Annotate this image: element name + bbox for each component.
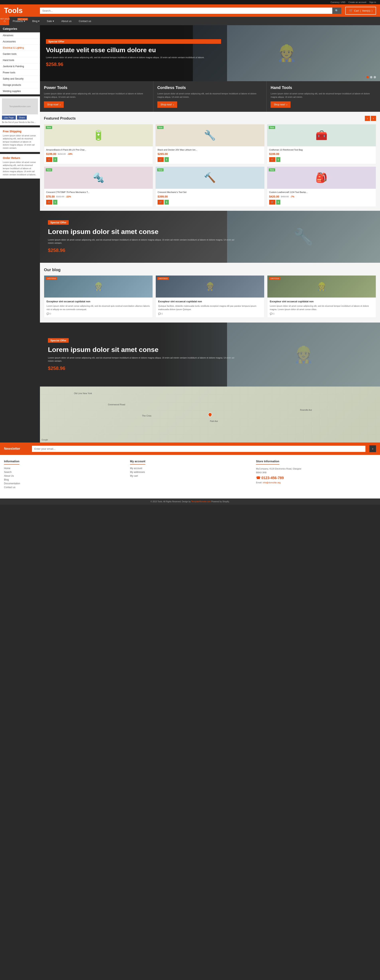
nav-contact[interactable]: Contact us bbox=[75, 17, 95, 25]
add-to-cart-button[interactable]: 🛒 bbox=[158, 157, 164, 162]
add-to-cart-button[interactable]: 🛒 bbox=[269, 157, 276, 162]
nav-blog[interactable]: Blog ▾ bbox=[29, 17, 43, 25]
hero-title: Voluptate velit esse cillum dolore eu bbox=[46, 46, 221, 54]
template-monster-link[interactable]: TemplateMonster.com bbox=[191, 501, 211, 503]
cat-welding[interactable]: Welding supplies bbox=[0, 88, 40, 94]
dot-1[interactable] bbox=[366, 76, 369, 78]
product-info-button[interactable]: ℹ bbox=[276, 200, 280, 205]
order-widget: Order Return Lorem ipsum dolor sit amet … bbox=[0, 154, 40, 178]
footer-bottom: © 2015 Tools. All Rights Reserved. Desig… bbox=[0, 498, 380, 505]
nav-home[interactable]: ⌂ HOT SALE bbox=[0, 17, 9, 25]
product-price-row: $265.00 bbox=[158, 153, 262, 156]
newsletter-submit[interactable]: › bbox=[369, 445, 376, 452]
cordless-tools-desc: Lorem ipsum dolor sit amet conse adipisc… bbox=[157, 92, 263, 99]
power-tools-shop-btn[interactable]: Shop now! › bbox=[44, 101, 64, 108]
footer-account-link[interactable]: My addresses bbox=[130, 471, 250, 474]
comments-count: 💬 0 bbox=[46, 313, 150, 315]
search-input[interactable] bbox=[40, 8, 332, 14]
cart-items: Item(s) bbox=[362, 9, 370, 12]
blog-post-title: Excepteur sint occaecat cupidatat non bbox=[46, 300, 150, 303]
footer-account-title: My account bbox=[130, 460, 146, 465]
cat-accessories[interactable]: Accessories bbox=[0, 38, 40, 45]
product-price: $199.00 bbox=[46, 153, 56, 156]
hero-badge: Special Offer bbox=[46, 39, 221, 44]
product-info-button[interactable]: ℹ bbox=[53, 157, 57, 162]
product-price-row: $199.00 $232.00 -18% bbox=[46, 153, 151, 156]
footer-address: MyCompany, 4118 Electronics Road, Glasgo… bbox=[256, 467, 376, 474]
products-prev[interactable]: ‹ bbox=[365, 116, 370, 121]
footer-info-link[interactable]: Contact us bbox=[4, 486, 124, 489]
create-account-link[interactable]: Create an account bbox=[348, 1, 366, 3]
product-old-price: $450.00 bbox=[281, 196, 289, 198]
product-name: Black and Decker 20V Max Lithium Ion... bbox=[158, 148, 262, 151]
footer-email-link[interactable]: info@domolite.org bbox=[263, 481, 280, 484]
footer-info-link[interactable]: Home bbox=[4, 467, 124, 470]
product-badge: New bbox=[157, 169, 163, 171]
product-discount: -18% bbox=[67, 153, 73, 155]
dot-3[interactable] bbox=[374, 76, 376, 78]
shipping-title: Free Shipping bbox=[3, 130, 37, 133]
product-image: 🔩 bbox=[44, 167, 153, 189]
footer-info-link[interactable]: About Us bbox=[4, 474, 124, 477]
product-badge: New bbox=[46, 169, 52, 171]
blog-content: Excepteur sint occaecat cupidatat non Lo… bbox=[44, 298, 152, 318]
arrow-icon: › bbox=[173, 103, 174, 106]
newsletter-input[interactable] bbox=[32, 446, 366, 452]
banner2: 🔧 Special Offer Lorem ipsum dolor sit am… bbox=[40, 211, 380, 263]
add-to-cart-button[interactable]: 🛒 bbox=[158, 200, 164, 205]
share-button[interactable]: Share bbox=[17, 116, 27, 119]
product-actions: 🛒 ℹ bbox=[269, 157, 374, 162]
product-name: Crescent CTK70MP 70-Piece Mechanics T... bbox=[46, 191, 151, 194]
like-button[interactable]: Like Page bbox=[2, 116, 16, 119]
sign-in-link[interactable]: Sign in bbox=[369, 1, 376, 3]
product-info-button[interactable]: ℹ bbox=[53, 200, 57, 205]
cat-abrasives[interactable]: Abrasives bbox=[0, 32, 40, 38]
header: Tools 🔍 🛒 Cart (Item(s)) bbox=[0, 5, 380, 17]
cat-safety[interactable]: Safety and Security bbox=[0, 76, 40, 82]
cat-garden[interactable]: Garden tools bbox=[0, 51, 40, 57]
footer-account-link[interactable]: My cart bbox=[130, 474, 250, 477]
add-to-cart-button[interactable]: 🛒 bbox=[46, 200, 52, 205]
product-price: $199.00 bbox=[269, 153, 279, 156]
product-info-button[interactable]: ℹ bbox=[165, 157, 169, 162]
blog-image: 14/07/2015 👷 bbox=[44, 275, 152, 298]
banner2-desc: Lorem ipsum dolor sit amet conse adipisc… bbox=[48, 238, 236, 245]
search-button[interactable]: 🔍 bbox=[332, 8, 341, 14]
cordless-tools-shop-btn[interactable]: Shop now! › bbox=[157, 101, 177, 108]
footer-store: Store Information MyCompany, 4118 Electr… bbox=[256, 460, 376, 490]
nav-sale[interactable]: Sale ▾ bbox=[43, 17, 58, 25]
newsletter-label: Newsletter bbox=[4, 447, 28, 450]
cart-button[interactable]: 🛒 Cart (Item(s)) bbox=[345, 7, 376, 14]
product-actions: 🛒 ℹ bbox=[46, 200, 151, 205]
product-image: 🔨 bbox=[155, 167, 264, 189]
product-info-button[interactable]: ℹ bbox=[276, 157, 280, 162]
footer-info-link[interactable]: Blog bbox=[4, 478, 124, 481]
comments-count: 💬 0 bbox=[158, 313, 262, 315]
cat-power[interactable]: Power tools bbox=[0, 70, 40, 76]
footer-info-link[interactable]: Documentation bbox=[4, 482, 124, 485]
product-info-button[interactable]: ℹ bbox=[165, 200, 169, 205]
search-bar: 🔍 bbox=[40, 8, 341, 14]
nav-about[interactable]: About us bbox=[58, 17, 75, 25]
product-image: 🔧 bbox=[155, 124, 264, 146]
footer-info-link[interactable]: Search bbox=[4, 471, 124, 474]
hero-slider: 👷 Special Offer Voluptate velit esse cil… bbox=[40, 25, 380, 81]
hand-tools-shop-btn[interactable]: Shop now! › bbox=[271, 101, 290, 108]
product-badge: New bbox=[46, 126, 52, 129]
cat-janitorial[interactable]: Janitorial & Painting bbox=[0, 64, 40, 70]
footer-account-link[interactable]: My account bbox=[130, 467, 250, 470]
cat-storage[interactable]: Storage products bbox=[0, 82, 40, 88]
banner2-content: Special Offer Lorem ipsum dolor sit amet… bbox=[40, 212, 244, 261]
nav-products[interactable]: Products HOT SALE ▾ bbox=[9, 17, 29, 25]
product-badge: New bbox=[269, 169, 275, 171]
products-next[interactable]: › bbox=[371, 116, 376, 121]
footer-email: Email: info@domolite.org bbox=[256, 481, 376, 484]
cat-hand[interactable]: Hand tools bbox=[0, 57, 40, 64]
blog-image: 13/07/2015 👷 bbox=[268, 275, 376, 298]
add-to-cart-button[interactable]: 🛒 bbox=[46, 157, 52, 162]
cat-electrical[interactable]: Electrical & Lighting bbox=[0, 45, 40, 51]
dot-2[interactable] bbox=[370, 76, 372, 78]
product-card: New 🧰 Craftsman 13 Reinforced Tool Bag $… bbox=[267, 124, 376, 164]
add-to-cart-button[interactable]: 🛒 bbox=[269, 200, 276, 205]
home-badge: HOT SALE bbox=[0, 18, 10, 20]
